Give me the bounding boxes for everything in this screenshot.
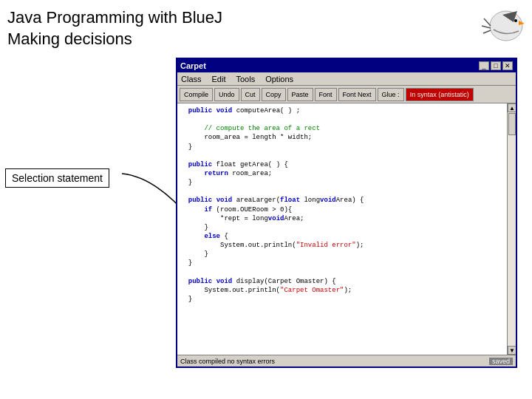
vertical-scrollbar[interactable]: ▲ ▼ <box>507 103 516 355</box>
paste-button[interactable]: Paste <box>287 88 313 101</box>
toolbar: Compile Undo Cut Copy Paste Font Font Ne… <box>177 86 516 103</box>
ide-title-bar: Carpet _ □ ✕ <box>177 59 516 72</box>
selection-statement-text: Selection statement <box>12 172 103 184</box>
scroll-down-button[interactable]: ▼ <box>508 346 516 355</box>
editor-area[interactable]: public void computeArea( ) ; // compute … <box>177 103 516 355</box>
scroll-thumb[interactable] <box>508 113 516 135</box>
ide-window: Carpet _ □ ✕ Class Edit Tools Options Co… <box>176 58 517 368</box>
cut-button[interactable]: Cut <box>241 88 260 101</box>
font-next-button[interactable]: Font Next <box>338 88 376 101</box>
syntax-button[interactable]: In syntax (antistatic) <box>406 88 474 101</box>
bluej-logo <box>466 7 525 52</box>
status-bar: Class compiled no syntax errors saved <box>177 355 516 366</box>
title-line2: Making decisions <box>7 30 132 48</box>
undo-button[interactable]: Undo <box>214 88 239 101</box>
code-editor[interactable]: public void computeArea( ) ; // compute … <box>177 103 507 355</box>
glue-button[interactable]: Glue : <box>378 88 404 101</box>
selection-statement-label: Selection statement <box>5 168 109 188</box>
scroll-track[interactable] <box>508 112 516 346</box>
menu-options[interactable]: Options <box>263 75 296 83</box>
menu-edit[interactable]: Edit <box>210 75 228 83</box>
menu-class[interactable]: Class <box>179 75 204 83</box>
maximize-button[interactable]: □ <box>491 61 501 70</box>
menu-tools[interactable]: Tools <box>233 75 257 83</box>
menu-bar: Class Edit Tools Options <box>177 72 516 86</box>
compile-button[interactable]: Compile <box>180 88 213 101</box>
scroll-up-button[interactable]: ▲ <box>508 103 516 112</box>
title-bar-buttons[interactable]: _ □ ✕ <box>479 61 513 70</box>
minimize-button[interactable]: _ <box>479 61 489 70</box>
page-title: Java Programming with BlueJ Making decis… <box>7 7 222 50</box>
saved-badge: saved <box>489 358 513 365</box>
title-area: Java Programming with BlueJ Making decis… <box>7 7 525 52</box>
ide-window-title: Carpet <box>180 61 206 70</box>
title-line1: Java Programming with BlueJ <box>7 8 222 27</box>
close-button[interactable]: ✕ <box>502 61 513 70</box>
copy-button[interactable]: Copy <box>262 88 286 101</box>
font-button[interactable]: Font <box>315 88 337 101</box>
svg-point-3 <box>514 19 517 22</box>
status-text: Class compiled no syntax errors <box>180 358 275 365</box>
